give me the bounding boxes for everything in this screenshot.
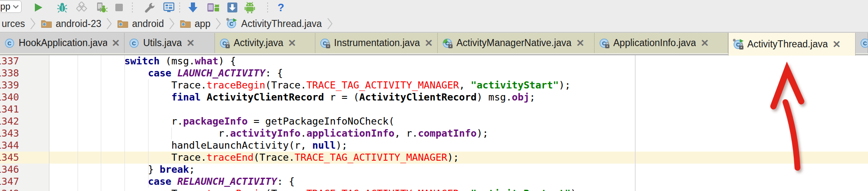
code-line-1341: 1341 (0, 103, 868, 115)
svg-text:?: ? (278, 2, 284, 13)
tab-close-icon[interactable]: ✕ (112, 38, 120, 48)
tab-label: Utils.java (143, 37, 182, 49)
folder-icon (117, 18, 129, 29)
code-text: Trace.traceEnd(Trace.TRACE_TAG_ACTIVITY_… (54, 152, 459, 164)
code-text: final ActivityClientRecord r = (Activity… (54, 91, 535, 103)
editor-tab-activitymanagernative-java[interactable]: C ActivityManagerNative.java ✕ (438, 33, 595, 53)
breadcrumb-chevron-icon (169, 17, 175, 30)
code-editor[interactable]: 1337 switch (msg.what) {1338 case LAUNCH… (0, 55, 868, 191)
avd-manager-icon[interactable] (207, 1, 219, 14)
tab-close-icon[interactable]: ✕ (576, 38, 584, 48)
java-class-icon: C (599, 37, 610, 49)
debug-icon[interactable] (56, 1, 68, 14)
code-line-1337: 1337 switch (msg.what) { (0, 55, 868, 67)
code-text: r.activityInfo.applicationInfo, r.compat… (54, 127, 488, 140)
tab-close-icon[interactable]: ✕ (700, 38, 709, 48)
svg-text:C: C (132, 40, 136, 46)
wrench-icon[interactable] (143, 1, 156, 14)
help-icon[interactable]: ? (275, 1, 287, 14)
breadcrumb-item-app[interactable]: app (178, 18, 212, 29)
breadcrumb-label: android-23 (56, 18, 101, 29)
line-number: 1339 (0, 79, 19, 91)
code-line-1343: 1343 r.activityInfo.applicationInfo, r.c… (0, 127, 868, 140)
run-icon[interactable] (32, 1, 44, 14)
run-with-coverage-icon (76, 1, 88, 14)
java-class-icon: C (129, 37, 140, 49)
breadcrumb-chevron-icon (106, 17, 112, 30)
editor-tab-activity-java[interactable]: C Activity.java ✕ (215, 33, 315, 53)
tab-close-icon[interactable]: ✕ (832, 39, 841, 49)
code-line-1348: 1348 Trace.traceBegin(Trace.TRACE_TAG_AC… (0, 188, 868, 191)
line-number: 1341 (0, 103, 19, 115)
folder-icon (41, 18, 52, 29)
attach-debugger-to-android-process-icon[interactable] (95, 1, 108, 14)
code-text: } break; (54, 164, 195, 176)
code-line-1342: 1342 r.packageInfo = getPackageInfoNoChe… (0, 115, 868, 127)
breadcrumb-item-android[interactable]: android (115, 18, 166, 29)
breadcrumb-item-android-23[interactable]: android-23 (39, 18, 103, 29)
editor-tab-applicationinfo-java[interactable]: C ApplicationInfo.java ✕ (595, 33, 728, 53)
line-number: 1347 (0, 176, 19, 188)
android-monitor-icon[interactable] (163, 1, 175, 14)
svg-text:C: C (229, 21, 234, 27)
run-configuration-combo[interactable]: pp (0, 0, 22, 13)
line-number: 1340 (0, 91, 19, 103)
java-class-icon: C (219, 37, 231, 49)
breadcrumb-label: android (132, 18, 164, 29)
breadcrumb-item-activitythread-java[interactable]: CActivityThread.java (224, 18, 323, 29)
code-line-1347: 1347 case RELAUNCH_ACTIVITY: { (0, 176, 868, 188)
java-class-icon: C (4, 37, 16, 49)
tab-label: HookApplication.java (19, 37, 107, 49)
tab-label: Activity.java (234, 37, 283, 49)
editor-tab-partial[interactable]: C (856, 33, 868, 53)
tab-close-icon[interactable]: ✕ (288, 38, 296, 48)
java-class-icon: C (226, 18, 238, 29)
download-update-icon[interactable] (187, 1, 199, 14)
breadcrumb-item-urces[interactable]: urces (0, 18, 27, 29)
java-class-icon: C (442, 37, 454, 49)
java-class-icon: C (319, 37, 331, 49)
breadcrumb-chevron-icon (215, 17, 221, 30)
code-line-1344: 1344 handleLaunchActivity(r, null); (0, 140, 868, 152)
line-number: 1343 (0, 127, 19, 140)
code-text: Trace.traceBegin(Trace.TRACE_TAG_ACTIVIT… (54, 79, 571, 91)
line-number: 1338 (0, 67, 19, 79)
editor-tab-bar: C HookApplication.java ✕ C Utils.java ✕ … (0, 32, 868, 55)
main-toolbar: pp ? (0, 0, 868, 16)
breadcrumb-label: ActivityThread.java (241, 18, 322, 29)
svg-text:C: C (7, 40, 12, 46)
code-text: Trace.traceBegin(Trace.TRACE_TAG_ACTIVIT… (54, 188, 582, 191)
line-number: 1345 (0, 152, 19, 164)
java-class-icon: C (733, 39, 744, 50)
chevron-down-icon (13, 5, 19, 9)
line-number: 1337 (0, 55, 19, 67)
java-class-icon: C (860, 37, 868, 49)
editor-tab-hookapplication-java[interactable]: C HookApplication.java ✕ (0, 33, 124, 53)
line-number: 1342 (0, 115, 19, 127)
code-line-1338: 1338 case LAUNCH_ACTIVITY: { (0, 67, 868, 79)
editor-tab-activitythread-java[interactable]: C ActivityThread.java ✕ (728, 33, 856, 56)
toolbar-separator (132, 2, 133, 12)
tab-label: ApplicationInfo.java (613, 37, 696, 49)
editor-tab-instrumentation-java[interactable]: C Instrumentation.java ✕ (315, 33, 438, 53)
line-number: 1346 (0, 164, 19, 176)
breadcrumb-label: urces (2, 18, 25, 29)
code-line-1340: 1340 final ActivityClientRecord r = (Act… (0, 91, 868, 103)
code-text: handleLaunchActivity(r, null); (54, 140, 347, 152)
code-line-1339: 1339 Trace.traceBegin(Trace.TRACE_TAG_AC… (0, 79, 868, 91)
sdk-manager-icon[interactable] (226, 1, 239, 14)
breadcrumb-chevron-icon (327, 17, 333, 30)
tab-close-icon[interactable]: ✕ (424, 38, 433, 48)
code-text: case RELAUNCH_ACTIVITY: { (54, 176, 295, 188)
folder-icon (180, 18, 191, 29)
run-configuration-label: pp (0, 1, 10, 12)
toolbar-separator (267, 2, 268, 12)
code-line-1346: 1346 } break; (0, 164, 868, 176)
code-line-1345: 1345 Trace.traceEnd(Trace.TRACE_TAG_ACTI… (0, 152, 868, 164)
code-text: case LAUNCH_ACTIVITY: { (54, 67, 283, 79)
breadcrumb-label: app (195, 18, 210, 29)
tab-close-icon[interactable]: ✕ (186, 38, 195, 48)
android-robot-icon[interactable] (244, 1, 256, 14)
editor-tab-utils-java[interactable]: C Utils.java ✕ (124, 33, 215, 53)
tab-label: ActivityManagerNative.java (456, 37, 571, 49)
